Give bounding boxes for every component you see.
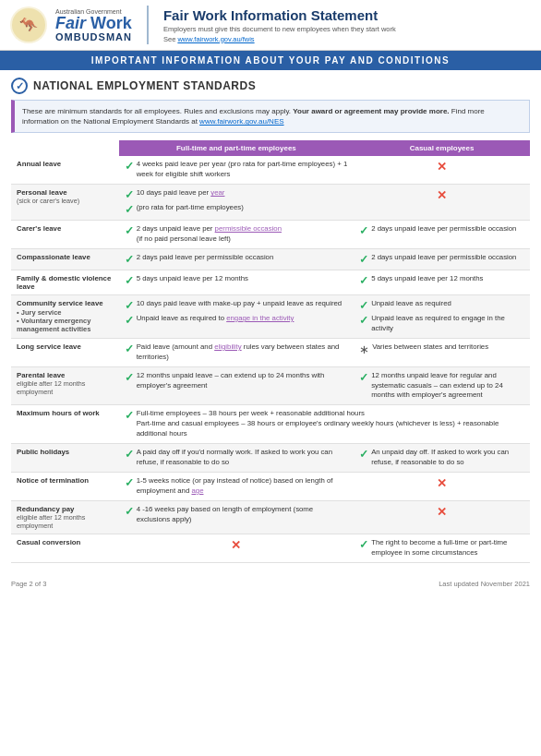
banner-text: IMPORTANT INFORMATION ABOUT YOUR PAY AND… — [91, 55, 450, 66]
last-updated: Last updated November 2021 — [439, 580, 530, 588]
row-fulltime-cell: ✓ 5 days unpaid leave per 12 months — [119, 270, 354, 295]
header-title-block: Fair Work Information Statement Employer… — [163, 6, 532, 44]
check-icon: ✓ — [359, 314, 368, 327]
check-icon: ✓ — [359, 274, 368, 287]
row-label: Family & domestic violence leave — [11, 270, 119, 295]
row-label: Public holidays — [11, 444, 119, 473]
row-casual-cell: ∗ Varies between states and territories — [354, 338, 530, 366]
logo-text: Australian Government Fair Work OMBUDSMA… — [55, 8, 132, 42]
check-icon: ✓ — [125, 505, 134, 518]
row-fulltime-cell: ✓ 2 days unpaid leave per permissible oc… — [119, 221, 354, 249]
check-icon: ✓ — [359, 253, 368, 266]
row-casual-cell: ✕ — [354, 472, 530, 500]
row-label: Community service leave • Jury service• … — [11, 295, 119, 339]
check-icon: ✓ — [359, 224, 368, 237]
row-fulltime-cell: ✓ 12 months unpaid leave – can extend up… — [119, 366, 354, 405]
table-row: Long service leave ✓ Paid leave (amount … — [11, 338, 530, 366]
nes-table: Full-time and part-time employees Casual… — [11, 140, 530, 562]
row-label: Annual leave — [11, 156, 119, 184]
check-icon: ✓ — [125, 203, 134, 216]
row-label: Casual conversion — [11, 534, 119, 562]
check-icon: ✓ — [125, 253, 134, 266]
row-fulltime-cell: ✓ 4 weeks paid leave per year (pro rata … — [119, 156, 354, 184]
check-icon: ✓ — [359, 299, 368, 312]
row-label: Compassionate leave — [11, 249, 119, 270]
row-fulltime-cell: ✓ 4 -16 weeks pay based on length of emp… — [119, 500, 354, 534]
check-icon: ✓ — [125, 299, 134, 312]
info-box: These are minimum standards for all empl… — [11, 100, 530, 133]
row-label: Notice of termination — [11, 472, 119, 500]
table-row: Compassionate leave ✓ 2 days paid leave … — [11, 249, 530, 270]
asterisk-icon: ∗ — [359, 342, 369, 356]
row-fulltime-cell: ✓ 10 days paid leave per year ✓ (pro rat… — [119, 185, 354, 221]
cross-icon: ✕ — [437, 188, 447, 202]
logo: 🦘 Australian Government Fair Work OMBUDS… — [9, 6, 132, 44]
check-icon: ✓ — [125, 160, 134, 173]
crest-icon: 🦘 — [9, 6, 48, 44]
check-icon: ✓ — [125, 476, 134, 489]
row-casual-cell: ✓ 2 days unpaid leave per permissible oc… — [354, 221, 530, 249]
col-header-casual: Casual employees — [354, 140, 530, 156]
cross-icon: ✕ — [437, 476, 447, 490]
ombudsman-label: OMBUDSMAN — [55, 31, 132, 42]
fwis-link[interactable]: www.fairwork.gov.au/fwis — [177, 35, 254, 43]
row-label: Long service leave — [11, 338, 119, 366]
header-subtitle2: See www.fairwork.gov.au/fwis — [163, 35, 532, 43]
footer: Page 2 of 3 Last updated November 2021 — [0, 574, 541, 594]
row-label: Redundancy pay eligible after 12 months … — [11, 500, 119, 534]
table-row: Carer's leave ✓ 2 days unpaid leave per … — [11, 221, 530, 249]
row-casual-cell: ✕ — [354, 156, 530, 184]
check-icon: ✓ — [125, 371, 134, 384]
table-row: Parental leave eligible after 12 months … — [11, 366, 530, 405]
row-label: Carer's leave — [11, 221, 119, 249]
main-content: ✓ NATIONAL EMPLOYMENT STANDARDS These ar… — [0, 70, 541, 570]
row-casual-cell: ✓ The right to become a full-time or par… — [354, 534, 530, 562]
header: 🦘 Australian Government Fair Work OMBUDS… — [0, 0, 541, 51]
section-heading: NATIONAL EMPLOYMENT STANDARDS — [33, 79, 256, 92]
table-row: Public holidays ✓ A paid day off if you'… — [11, 444, 530, 473]
check-icon: ✓ — [125, 188, 134, 201]
table-row: Annual leave ✓ 4 weeks paid leave per ye… — [11, 156, 530, 184]
cross-icon: ✕ — [437, 505, 447, 519]
row-label: Parental leave eligible after 12 months … — [11, 366, 119, 405]
check-icon: ✓ — [359, 538, 368, 551]
row-casual-cell: ✕ — [354, 185, 530, 221]
table-row: Maximum hours of work ✓ Full-time employ… — [11, 405, 530, 444]
row-fulltime-cell: ✓ 2 days paid leave per permissible occa… — [119, 249, 354, 270]
check-icon: ✓ — [359, 448, 368, 461]
row-fulltime-cell: ✕ — [119, 534, 354, 562]
row-casual-cell: ✓ 2 days unpaid leave per permissible oc… — [354, 249, 530, 270]
cross-icon: ✕ — [231, 538, 241, 552]
table-row: Family & domestic violence leave ✓ 5 day… — [11, 270, 530, 295]
cross-icon: ✕ — [437, 160, 447, 174]
row-label: Personal leave (sick or carer's leave) — [11, 185, 119, 221]
check-icon: ✓ — [125, 409, 134, 422]
row-fulltime-cell: ✓ 10 days paid leave with make-up pay + … — [119, 295, 354, 339]
row-fulltime-cell: ✓ A paid day off if you'd normally work.… — [119, 444, 354, 473]
check-icon: ✓ — [125, 448, 134, 461]
check-icon: ✓ — [125, 274, 134, 287]
document-title: Fair Work Information Statement — [163, 7, 532, 23]
row-label: Maximum hours of work — [11, 405, 119, 444]
check-circle-icon: ✓ — [11, 78, 28, 94]
table-row: Community service leave • Jury service• … — [11, 295, 530, 339]
check-icon: ✓ — [125, 314, 134, 327]
table-row: Redundancy pay eligible after 12 months … — [11, 500, 530, 534]
row-combined-cell: ✓ Full-time employees – 38 hours per wee… — [119, 405, 530, 444]
nes-link[interactable]: www.fairwork.gov.au/NES — [199, 117, 283, 126]
row-fulltime-cell: ✓ 1-5 weeks notice (or pay instead of no… — [119, 472, 354, 500]
col-header-empty — [11, 140, 119, 156]
row-fulltime-cell: ✓ Paid leave (amount and eligibility rul… — [119, 338, 354, 366]
row-casual-cell: ✓ 5 days unpaid leave per 12 months — [354, 270, 530, 295]
table-row: Casual conversion ✕ ✓ The right to becom… — [11, 534, 530, 562]
row-casual-cell: ✓ An unpaid day off. If asked to work yo… — [354, 444, 530, 473]
table-row: Notice of termination ✓ 1-5 weeks notice… — [11, 472, 530, 500]
header-divider — [147, 6, 149, 44]
table-row: Personal leave (sick or carer's leave) ✓… — [11, 185, 530, 221]
svg-text:🦘: 🦘 — [19, 16, 38, 33]
important-banner: IMPORTANT INFORMATION ABOUT YOUR PAY AND… — [0, 51, 541, 70]
page-number: Page 2 of 3 — [11, 580, 46, 588]
check-icon: ✓ — [125, 342, 134, 355]
check-icon: ✓ — [125, 224, 134, 237]
row-casual-cell: ✕ — [354, 500, 530, 534]
